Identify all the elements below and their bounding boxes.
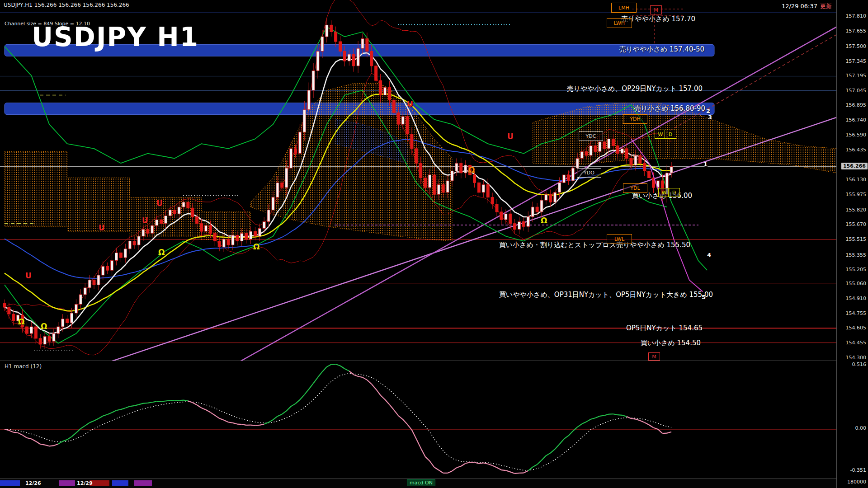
macd-line-segment xyxy=(108,413,112,414)
candle-body xyxy=(464,165,467,173)
candle-body xyxy=(401,117,404,124)
macd-line-segment xyxy=(99,416,103,419)
macd-line-segment xyxy=(439,470,443,473)
macd-line-segment xyxy=(259,424,264,425)
price-axis-label: 154.455 xyxy=(846,340,867,346)
candle-body xyxy=(128,241,131,249)
macd-line-segment xyxy=(31,439,36,441)
macd-line-segment xyxy=(273,416,278,420)
candle-body xyxy=(621,149,623,154)
candle-body xyxy=(540,200,543,212)
macd-line-segment xyxy=(309,383,313,389)
candle-body xyxy=(585,151,588,155)
macd-line-segment xyxy=(577,424,582,427)
candle-body xyxy=(634,155,637,165)
candle-body xyxy=(558,183,561,192)
candle-body xyxy=(250,231,252,239)
macd-line-segment xyxy=(139,404,143,405)
candle-body xyxy=(307,90,310,110)
candle-body xyxy=(424,178,427,188)
macd-line-segment xyxy=(269,420,273,422)
candle-body xyxy=(460,163,462,173)
candle-body xyxy=(151,225,154,233)
candle-body xyxy=(554,192,557,202)
macd-line-segment xyxy=(403,419,407,424)
candle-body xyxy=(549,194,552,202)
macd-line-segment xyxy=(340,366,345,369)
macd-line-segment xyxy=(398,416,403,419)
order-annotation: 売りやや小さめ 157.70 xyxy=(621,15,695,23)
price-axis[interactable]: 157.810157.655157.500157.345157.195157.0… xyxy=(836,0,868,488)
macd-line-segment xyxy=(421,448,425,457)
macd-line-segment xyxy=(591,418,595,419)
macd-line-segment xyxy=(425,457,430,461)
reversal-marker-omega: Ω xyxy=(41,322,47,331)
level-box-d: D xyxy=(665,130,676,139)
macd-line-segment xyxy=(322,367,327,372)
candle-body xyxy=(348,54,350,61)
macd-line-segment xyxy=(179,400,184,401)
order-annotation: OP5日NYカット 154.65 xyxy=(626,324,703,333)
price-axis-label: 155.975 xyxy=(846,192,867,197)
candle-body xyxy=(106,267,109,271)
candle-body xyxy=(343,52,346,61)
reversal-marker-omega: Ω xyxy=(468,165,475,174)
macd-line-segment xyxy=(161,401,166,402)
current-price-tag: 156.266 xyxy=(841,163,868,169)
macd-line-segment xyxy=(363,377,367,380)
candle-body xyxy=(160,220,163,224)
candle-body xyxy=(420,163,422,178)
candle-body xyxy=(473,175,476,183)
macd-line-segment xyxy=(287,406,291,411)
price-axis-label: 157.345 xyxy=(846,58,867,64)
candle-body xyxy=(437,185,440,195)
candle-body xyxy=(79,295,82,305)
macd-line-segment xyxy=(165,400,170,401)
candle-body xyxy=(245,233,248,239)
wave-count-3: 3 xyxy=(708,114,712,121)
price-axis-label: 156.740 xyxy=(846,117,867,123)
macd-pane[interactable] xyxy=(0,361,836,478)
candle-body xyxy=(518,221,521,229)
price-axis-label: 154.910 xyxy=(846,296,867,301)
level-box-m: M xyxy=(648,352,660,361)
macd-line-segment xyxy=(461,463,466,466)
price-axis-label: 155.060 xyxy=(846,281,867,286)
macd-line-segment xyxy=(45,445,49,446)
price-axis-label: 157.500 xyxy=(846,43,867,49)
macd-axis-label: -0.351 xyxy=(850,467,866,473)
macd-line-segment xyxy=(237,424,242,425)
macd-line-segment xyxy=(546,453,551,455)
candle-body xyxy=(482,185,485,192)
candle-body xyxy=(34,327,37,338)
candle-body xyxy=(316,52,319,71)
price-axis-label: 155.670 xyxy=(846,221,867,227)
order-annotation: 売りやや小さめ 157.40-50 xyxy=(619,45,704,54)
macd-line-segment xyxy=(90,421,94,422)
candle-body xyxy=(209,225,212,233)
candle-body xyxy=(57,327,60,333)
candle-body xyxy=(222,239,225,247)
macd-line-segment xyxy=(497,468,501,470)
macd-line-segment xyxy=(327,364,331,366)
candle-body xyxy=(88,280,91,288)
macd-line-segment xyxy=(255,425,259,426)
macd-line-segment xyxy=(228,422,233,423)
macd-line-segment xyxy=(488,464,492,465)
candle-body xyxy=(43,337,46,344)
candle-body xyxy=(218,241,221,247)
candle-body xyxy=(491,197,494,204)
macd-indicator-label: H1 macd (12) xyxy=(5,363,42,370)
candle-body xyxy=(580,151,583,158)
price-axis-label: 156.130 xyxy=(846,177,867,183)
session-segment xyxy=(59,480,75,486)
wave-count-2: 2 xyxy=(706,108,710,114)
main-chart-pane[interactable] xyxy=(0,0,836,361)
macd-line-segment xyxy=(667,432,671,433)
level-box-lwh: LWH xyxy=(607,18,632,28)
candle-body xyxy=(357,48,359,66)
macd-toggle-button[interactable]: macd ON xyxy=(407,479,435,486)
updated-time: 12/29 06:37 xyxy=(782,3,817,9)
timeline-bar[interactable]: macd ON 12/2612/29 xyxy=(0,478,836,488)
macd-line-segment xyxy=(63,440,67,441)
